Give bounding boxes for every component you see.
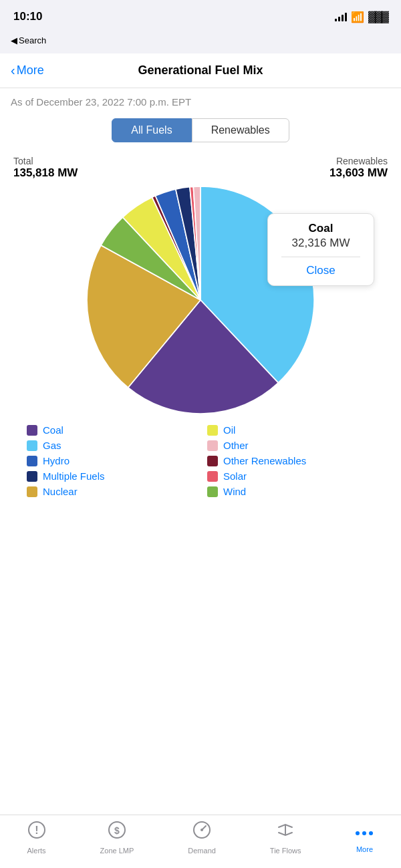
legend-color-box [27, 440, 37, 451]
tooltip-value: 32,316 MW [281, 237, 360, 250]
total-value: 135,818 MW [13, 166, 78, 180]
status-time: 10:10 [13, 10, 42, 23]
legend-color-box [207, 471, 218, 482]
header: ‹ More Generational Fuel Mix [0, 53, 401, 88]
fuel-tabs: All Fuels Renewables [0, 113, 401, 153]
legend-color-box [207, 425, 218, 436]
legend-label: Other [223, 440, 249, 451]
bottom-nav: ! Alerts $ Zone LMP Demand [0, 815, 401, 868]
svg-point-9 [369, 831, 373, 835]
nav-demand[interactable]: Demand [188, 821, 216, 855]
legend-label: Wind [223, 486, 246, 497]
total-label: Total [13, 156, 78, 166]
page-title: Generational Fuel Mix [64, 63, 337, 78]
alert-icon: ! [27, 821, 46, 844]
legend-label: Gas [43, 440, 61, 451]
legend-color-box [27, 456, 37, 466]
battery-icon: ▓▓▓ [368, 11, 388, 23]
svg-point-7 [356, 831, 360, 835]
nav-zone-lmp[interactable]: $ Zone LMP [100, 821, 134, 855]
nav-tie-flows-label: Tie Flows [270, 847, 301, 855]
legend-color-box [207, 486, 218, 497]
renewables-label: Renewables [329, 156, 388, 166]
legend-item: Hydro [27, 455, 194, 466]
status-bar: 10:10 📶 ▓▓▓ [0, 0, 401, 29]
renewables-stat: Renewables 13,603 MW [329, 156, 388, 180]
back-label: More [17, 63, 44, 78]
legend-color-box [207, 456, 218, 466]
renewables-value: 13,603 MW [329, 166, 388, 180]
tab-renewables[interactable]: Renewables [192, 118, 289, 142]
tooltip-divider [281, 257, 360, 257]
legend-color-box [27, 486, 37, 497]
legend-item: Nuclear [27, 486, 194, 497]
gauge-icon [192, 821, 211, 844]
nav-tie-flows[interactable]: Tie Flows [270, 821, 301, 855]
legend-item: Coal [27, 424, 194, 436]
legend-item: Other Renewables [207, 455, 374, 466]
svg-text:!: ! [35, 825, 38, 836]
legend-label: Nuclear [43, 486, 78, 497]
date-subtitle: As of December 23, 2022 7:00 p.m. EPT [0, 88, 401, 113]
signal-icon [335, 12, 347, 21]
legend-label: Hydro [43, 455, 70, 466]
back-button[interactable]: ‹ More [11, 63, 64, 78]
nav-demand-label: Demand [188, 847, 216, 855]
main-content: As of December 23, 2022 7:00 p.m. EPT Al… [0, 88, 401, 815]
back-chevron-icon: ‹ [11, 63, 15, 78]
legend: CoalOilGasOtherHydroOther RenewablesMult… [0, 414, 401, 508]
nav-arrow: ◀ [11, 35, 17, 45]
tooltip-title: Coal [281, 222, 360, 235]
legend-item: Wind [207, 486, 374, 497]
legend-item: Solar [207, 470, 374, 482]
nav-more-label: More [356, 845, 373, 853]
status-icons: 📶 ▓▓▓ [335, 11, 388, 23]
legend-label: Other Renewables [223, 455, 306, 466]
legend-label: Multiple Fuels [43, 470, 105, 482]
chart-area: Coal 32,316 MW Close [0, 180, 401, 414]
total-stat: Total 135,818 MW [13, 156, 78, 180]
more-icon [355, 822, 374, 843]
svg-point-5 [200, 829, 203, 831]
legend-item: Multiple Fuels [27, 470, 194, 482]
legend-color-box [27, 471, 37, 482]
tab-all-fuels[interactable]: All Fuels [112, 118, 191, 142]
legend-label: Oil [223, 424, 235, 436]
legend-label: Coal [43, 424, 63, 436]
dollar-icon: $ [108, 821, 126, 844]
flows-icon [276, 821, 295, 844]
tooltip-box: Coal 32,316 MW Close [267, 213, 374, 286]
nav-alerts-label: Alerts [27, 847, 45, 855]
nav-alerts[interactable]: ! Alerts [27, 821, 45, 855]
tooltip-close-button[interactable]: Close [281, 264, 360, 277]
legend-item: Gas [27, 440, 194, 451]
stats-row: Total 135,818 MW Renewables 13,603 MW [0, 153, 401, 180]
nav-more[interactable]: More [355, 822, 374, 853]
legend-item: Oil [207, 424, 374, 436]
legend-item: Other [207, 440, 374, 451]
svg-text:$: $ [114, 825, 120, 836]
svg-point-8 [362, 831, 366, 835]
legend-color-box [27, 425, 37, 436]
nav-search-label: Search [19, 35, 46, 45]
nav-bar: ◀ Search [0, 29, 401, 53]
legend-label: Solar [223, 470, 247, 482]
wifi-icon: 📶 [351, 11, 364, 23]
legend-color-box [207, 440, 218, 451]
nav-zone-lmp-label: Zone LMP [100, 847, 134, 855]
